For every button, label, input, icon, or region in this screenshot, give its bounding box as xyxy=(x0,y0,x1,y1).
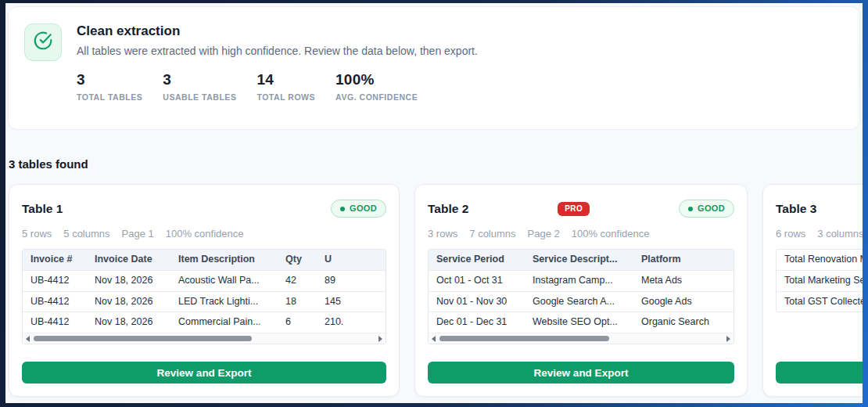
table-header-row: Invoice # Invoice Date Item Description … xyxy=(23,250,386,270)
status-dot-icon xyxy=(688,207,693,211)
circle-check-icon xyxy=(33,31,53,54)
cell: Oct 01 - Oct 31 xyxy=(429,270,525,291)
meta-rows: 6 rows xyxy=(776,228,805,240)
table-row: Nov 01 - Nov 30 Google Search A... Googl… xyxy=(429,291,733,312)
column-header: Invoice # xyxy=(23,250,87,270)
cell: UB-4412 xyxy=(23,312,87,333)
table-title: Table 1 xyxy=(22,202,63,216)
table-title: Table 2 xyxy=(428,202,468,216)
meta-rows: 5 rows xyxy=(22,228,52,240)
stat-value: 14 xyxy=(256,71,315,88)
scroll-track[interactable] xyxy=(34,336,375,341)
data-table: Total Renovation Materials (... 7,629.00… xyxy=(777,250,863,312)
table-row: UB-4412 Nov 18, 2026 Commercial Pain... … xyxy=(23,312,386,333)
scroll-track[interactable] xyxy=(439,336,723,341)
table-preview: Total Renovation Materials (... 7,629.00… xyxy=(776,249,863,312)
card-header: Table 2 PRO GOOD xyxy=(428,200,734,218)
column-header: Service Descript... xyxy=(525,250,633,270)
status-badge: GOOD xyxy=(679,200,734,218)
table-row: Dec 01 - Dec 31 Website SEO Opt... Organ… xyxy=(429,312,733,333)
cell: Nov 01 - Nov 30 xyxy=(429,291,525,312)
table-meta: 5 rows 5 columns Page 1 100% confidence xyxy=(22,228,386,240)
cell: 42 xyxy=(278,270,317,291)
status-label: GOOD xyxy=(350,204,377,213)
table-row: UB-4412 Nov 18, 2026 LED Track Lighti...… xyxy=(23,291,386,312)
cell: Total Marketing Services (Be... xyxy=(777,270,863,291)
cell: UB-4412 xyxy=(23,291,87,312)
table-row: UB-4412 Nov 18, 2026 Acoustic Wall Pa...… xyxy=(23,270,386,291)
cell: 145 xyxy=(317,291,386,312)
table-header-row: Service Period Service Descript... Platf… xyxy=(429,250,733,270)
table-meta: 3 rows 7 columns Page 2 100% confidence xyxy=(428,228,734,240)
table-card-3: Table 3 PRO GOOD 6 rows 3 columns Page 2… xyxy=(762,184,863,397)
card-header: Table 1 GOOD xyxy=(22,200,386,218)
review-export-button[interactable]: Review and Export xyxy=(428,362,734,384)
scroll-thumb[interactable] xyxy=(34,336,252,341)
cell: Dec 01 - Dec 31 xyxy=(429,312,525,333)
cell: UB-4412 xyxy=(23,270,87,291)
cell: Meta Ads xyxy=(633,270,733,291)
cell: Total Renovation Materials (... xyxy=(777,250,863,270)
stat-value: 3 xyxy=(77,71,142,88)
scroll-right-arrow-icon[interactable] xyxy=(726,336,730,342)
extraction-results-page: Clean extraction All tables were extract… xyxy=(5,3,863,403)
column-header: Platform xyxy=(633,250,733,270)
cell: Instagram Camp... xyxy=(525,270,633,291)
cell: 210. xyxy=(317,312,386,333)
stat-total-rows: 14 TOTAL ROWS xyxy=(256,71,315,102)
scroll-left-arrow-icon[interactable] xyxy=(432,336,436,342)
cell: Total GST Collected: xyxy=(777,291,863,312)
table-meta: 6 rows 3 columns Page 2 100% confidence xyxy=(776,228,863,240)
stat-value: 100% xyxy=(335,71,418,88)
scroll-right-arrow-icon[interactable] xyxy=(378,336,382,342)
review-export-button[interactable]: Review and Export xyxy=(776,362,863,384)
meta-confidence: 100% confidence xyxy=(166,228,244,240)
stat-label: AVG. CONFIDENCE xyxy=(335,92,418,102)
table-preview: Invoice # Invoice Date Item Description … xyxy=(22,249,386,344)
window-frame: Clean extraction All tables were extract… xyxy=(0,0,868,407)
cell: 6 xyxy=(278,312,317,333)
cell: Commercial Pain... xyxy=(170,312,278,333)
card-header: Table 3 PRO GOOD xyxy=(776,200,863,218)
stat-value: 3 xyxy=(163,71,236,88)
meta-rows: 3 rows xyxy=(428,228,457,240)
column-header: Qty xyxy=(278,250,317,270)
stat-total-tables: 3 TOTAL TABLES xyxy=(77,71,142,102)
table-card-2: Table 2 PRO GOOD 3 rows 7 columns Page 2… xyxy=(414,184,748,397)
summary-card: Clean extraction All tables were extract… xyxy=(8,6,860,130)
cell: Nov 18, 2026 xyxy=(87,312,170,333)
stat-label: USABLE TABLES xyxy=(163,92,236,102)
cell: Google Search A... xyxy=(525,291,633,312)
review-export-button[interactable]: Review and Export xyxy=(22,362,386,384)
table-row: Total GST Collected: 761.45 xyxy=(777,291,863,312)
cell: Organic Search xyxy=(633,312,733,333)
scroll-left-arrow-icon[interactable] xyxy=(26,336,30,342)
h-scrollbar[interactable] xyxy=(23,333,386,344)
meta-page: Page 2 xyxy=(528,228,560,240)
table-row: Oct 01 - Oct 31 Instagram Camp... Meta A… xyxy=(429,270,733,291)
data-table: Service Period Service Descript... Platf… xyxy=(429,250,733,333)
page-title: Clean extraction xyxy=(77,23,478,39)
stat-label: TOTAL TABLES xyxy=(77,92,142,102)
cell: 89 xyxy=(317,270,386,291)
meta-columns: 5 columns xyxy=(63,228,109,240)
stats-row: 3 TOTAL TABLES 3 USABLE TABLES 14 TOTAL … xyxy=(77,71,478,102)
stat-avg-confidence: 100% AVG. CONFIDENCE xyxy=(335,71,418,102)
cell: Nov 18, 2026 xyxy=(87,291,170,312)
table-row: Total Marketing Services (Be... 10,550.0… xyxy=(777,270,863,291)
scroll-thumb[interactable] xyxy=(439,336,609,341)
pro-badge: PRO xyxy=(558,202,590,216)
table-row: Total Renovation Materials (... 7,629.00 xyxy=(777,250,863,270)
cell: Nov 18, 2026 xyxy=(87,270,170,291)
stat-usable-tables: 3 USABLE TABLES xyxy=(163,71,236,102)
success-icon-tile xyxy=(24,23,62,61)
page-subtitle: All tables were extracted with high conf… xyxy=(77,45,478,57)
meta-confidence: 100% confidence xyxy=(572,228,650,240)
column-header: Item Description xyxy=(170,250,278,270)
column-header: Invoice Date xyxy=(87,250,170,270)
meta-columns: 3 columns xyxy=(817,228,863,240)
meta-columns: 7 columns xyxy=(469,228,515,240)
table-title: Table 3 xyxy=(776,202,816,216)
cell: Website SEO Opt... xyxy=(525,312,633,333)
h-scrollbar[interactable] xyxy=(429,333,733,344)
